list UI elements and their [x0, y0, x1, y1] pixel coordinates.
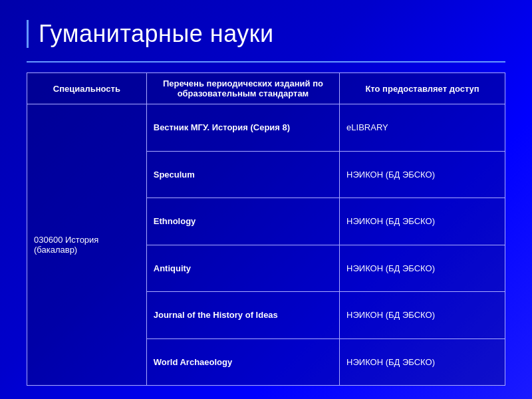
- provider-cell: НЭИКОН (БД ЭБСКО): [340, 292, 505, 339]
- header-provider: Кто предоставляет доступ: [340, 73, 505, 104]
- slide-container: Гуманитарные науки Специальность Перечен…: [0, 0, 532, 399]
- header-specialty: Специальность: [27, 73, 147, 104]
- journal-name-cell: Ethnology: [146, 198, 339, 245]
- journal-name-cell: World Archaeology: [146, 338, 339, 386]
- journal-name-cell: Antiquity: [146, 245, 339, 292]
- table-row: 030600 История (бакалавр)Вестник МГУ. Ис…: [27, 104, 505, 152]
- title-area: Гуманитарные науки: [27, 20, 505, 48]
- header-journals: Перечень периодических изданий по образо…: [146, 73, 339, 104]
- provider-cell: НЭИКОН (БД ЭБСКО): [340, 151, 505, 198]
- provider-cell: eLIBRARY: [340, 104, 505, 152]
- provider-cell: НЭИКОН (БД ЭБСКО): [340, 245, 505, 292]
- journal-name-cell: Journal of the History of Ideas: [146, 292, 339, 339]
- journal-name-cell: Вестник МГУ. История (Серия 8): [146, 104, 339, 152]
- provider-cell: НЭИКОН (БД ЭБСКО): [340, 338, 505, 386]
- specialty-cell: 030600 История (бакалавр): [27, 104, 147, 386]
- journal-name-cell: Speculum: [146, 151, 339, 198]
- provider-cell: НЭИКОН (БД ЭБСКО): [340, 198, 505, 245]
- table-header-row: Специальность Перечень периодических изд…: [27, 73, 505, 104]
- journals-table: Специальность Перечень периодических изд…: [27, 72, 505, 386]
- title-divider: [27, 61, 505, 63]
- slide-title: Гуманитарные науки: [39, 20, 274, 48]
- table-wrapper: Специальность Перечень периодических изд…: [27, 72, 505, 386]
